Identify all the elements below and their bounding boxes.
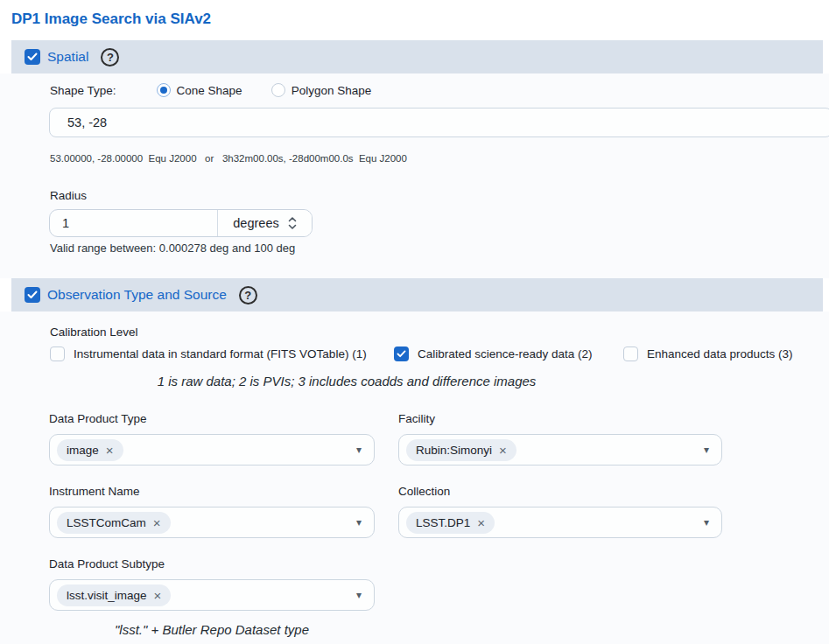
radius-widget: degrees: [49, 209, 313, 237]
observation-section-checkbox[interactable]: [25, 287, 40, 303]
data-product-type-combobox[interactable]: image × ▾: [49, 434, 375, 466]
radio-polygon-shape[interactable]: Polygon Shape: [271, 83, 372, 97]
field-facility: Facility Rubin:Simonyi × ▾: [398, 412, 722, 466]
chip-remove-icon[interactable]: ×: [477, 516, 485, 529]
calibration-option-1[interactable]: Instrumental data in standard format (FI…: [50, 346, 394, 361]
collection-combobox[interactable]: LSST.DP1 × ▾: [398, 507, 722, 538]
spatial-section-header: Spatial ?: [11, 40, 823, 74]
observation-section-label: Observation Type and Source: [47, 287, 227, 303]
observation-section-body: Calibration Level Instrumental data in s…: [0, 312, 829, 644]
radio-unselected-icon: [271, 83, 285, 97]
dropdown-caret-icon: ▾: [704, 516, 709, 528]
spatial-help-icon[interactable]: ?: [101, 48, 119, 66]
radius-range-hint: Valid range between: 0.000278 deg and 10…: [50, 242, 829, 255]
checkbox-unchecked-icon: [50, 346, 65, 361]
chip-remove-icon[interactable]: ×: [153, 516, 161, 529]
checkbox-checked-icon: [394, 346, 409, 361]
checkbox-unchecked-icon: [623, 346, 638, 361]
dropdown-caret-icon: ▾: [704, 444, 709, 456]
chip-collection: LSST.DP1 ×: [406, 512, 495, 534]
radius-unit-value: degrees: [233, 216, 278, 230]
coordinates-input[interactable]: [49, 108, 829, 137]
field-data-product-type: Data Product Type image × ▾: [49, 412, 375, 466]
calibration-option-2[interactable]: Calibrated science-ready data (2): [394, 346, 623, 361]
field-data-product-subtype: Data Product Subtype lsst.visit_image × …: [49, 557, 375, 611]
radio-cone-shape[interactable]: Cone Shape: [157, 83, 242, 97]
coordinates-hint: 53.00000, -28.00000 Equ J2000 or 3h32m00…: [50, 153, 829, 164]
chip-image: image ×: [57, 439, 123, 461]
data-product-subtype-combobox[interactable]: lsst.visit_image × ▾: [49, 579, 375, 611]
checkmark-icon: [27, 52, 38, 61]
calibration-note: 1 is raw data; 2 is PVIs; 3 includes coa…: [49, 374, 644, 388]
chip-remove-icon[interactable]: ×: [154, 589, 162, 602]
chip-remove-icon[interactable]: ×: [106, 444, 114, 457]
chip-instrument: LSSTComCam ×: [57, 512, 171, 534]
calibration-option-3[interactable]: Enhanced data products (3): [623, 346, 793, 361]
radius-label: Radius: [50, 189, 829, 202]
shape-type-row: Shape Type: Cone Shape Polygon Shape: [50, 81, 829, 99]
chip-facility: Rubin:Simonyi ×: [406, 439, 516, 461]
field-instrument-name: Instrument Name LSSTComCam × ▾: [49, 485, 375, 538]
dropdown-caret-icon: ▾: [356, 444, 362, 456]
fields-grid: Data Product Type image × ▾ Facility Rub…: [49, 412, 829, 611]
page-title: DP1 Image Search via SIAv2: [11, 10, 829, 28]
shape-type-label: Shape Type:: [50, 84, 116, 97]
observation-help-icon[interactable]: ?: [239, 286, 257, 304]
dropdown-caret-icon: ▾: [356, 516, 362, 528]
spatial-section-label: Spatial: [47, 49, 88, 65]
checkmark-icon: [397, 350, 406, 358]
subtype-note: "lsst." + Butler Repo Dataset type: [49, 622, 375, 637]
spatial-section-checkbox[interactable]: [25, 49, 40, 65]
grid-spacer: [398, 557, 722, 611]
radius-unit-select[interactable]: degrees: [217, 210, 312, 236]
unit-stepper-icon: [288, 216, 297, 230]
instrument-name-combobox[interactable]: LSSTComCam × ▾: [49, 507, 375, 538]
field-collection: Collection LSST.DP1 × ▾: [398, 485, 722, 538]
spatial-section-body: Shape Type: Cone Shape Polygon Shape 53.…: [0, 74, 829, 278]
facility-combobox[interactable]: Rubin:Simonyi × ▾: [398, 434, 722, 466]
calibration-level-label: Calibration Level: [50, 326, 829, 339]
chip-subtype: lsst.visit_image ×: [57, 584, 171, 606]
observation-section-header: Observation Type and Source ?: [11, 278, 823, 312]
checkmark-icon: [27, 290, 38, 299]
radio-selected-icon: [157, 83, 171, 97]
chip-remove-icon[interactable]: ×: [499, 444, 507, 457]
dropdown-caret-icon: ▾: [356, 589, 362, 601]
radius-input[interactable]: [50, 210, 217, 236]
calibration-options-row: Instrumental data in standard format (FI…: [50, 346, 829, 361]
